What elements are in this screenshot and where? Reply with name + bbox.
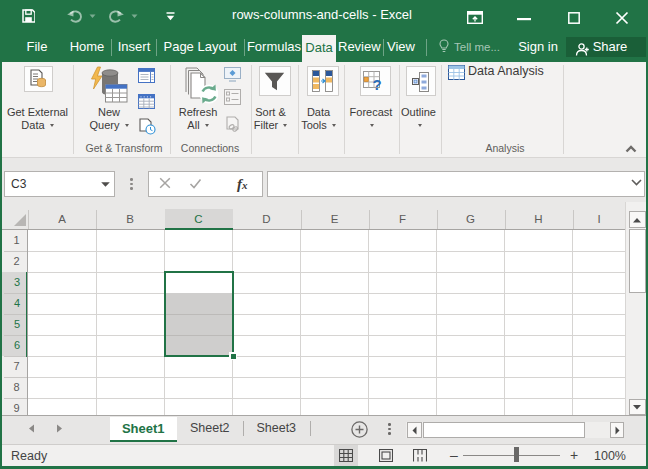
svg-text:?: ? xyxy=(372,76,381,93)
